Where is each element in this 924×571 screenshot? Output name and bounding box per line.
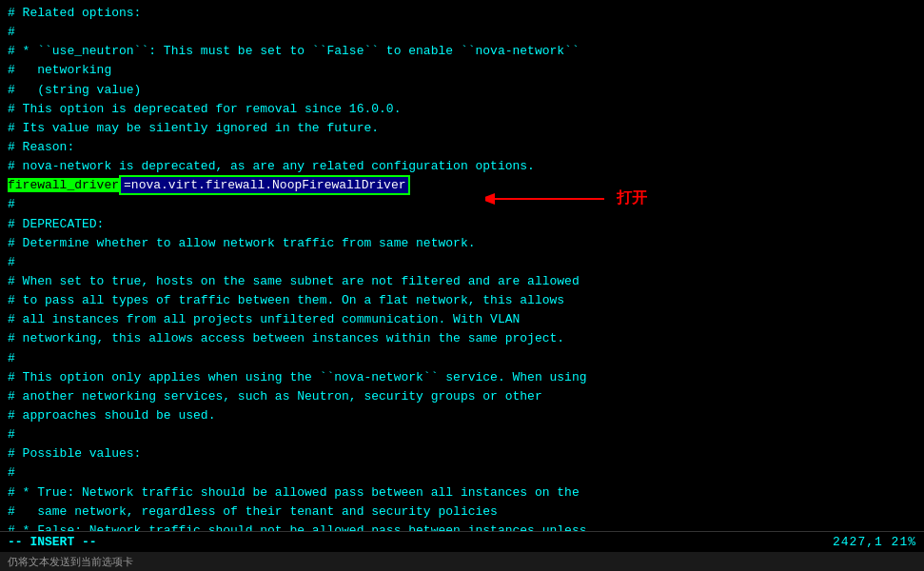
line-2: # — [8, 23, 916, 42]
line-23: # Possible values: — [8, 444, 916, 463]
status-insert: -- INSERT -- — [8, 535, 97, 549]
line-12: # Determine whether to allow network tra… — [8, 234, 916, 253]
arrow-icon — [485, 189, 609, 208]
line-4: # networking — [8, 61, 916, 80]
line-3: # * ``use_neutron``: This must be set to… — [8, 42, 916, 61]
line-8: # Reason: — [8, 138, 916, 157]
line-14: # When set to true, hosts on the same su… — [8, 272, 916, 291]
line-26: # same network, regardless of their tena… — [8, 502, 916, 522]
firewall-value: =nova.virt.firewall.NoopFirewallDriver — [119, 175, 410, 195]
status-bar: -- INSERT -- 2427,1 21% — [0, 531, 924, 552]
line-5: # (string value) — [8, 81, 916, 100]
line-10: # — [8, 195, 916, 214]
annotation-label: 打开 — [617, 188, 647, 208]
line-19: # This option only applies when using th… — [8, 368, 916, 387]
line-1: # Related options: — [8, 4, 916, 23]
line-9: # nova-network is deprecated, as are any… — [8, 157, 916, 176]
line-25: # * True: Network traffic should be allo… — [8, 483, 916, 502]
arrow-annotation: 打开 — [485, 188, 647, 208]
status-position: 2427,1 21% — [833, 535, 916, 549]
line-17: # networking, this allows access between… — [8, 329, 916, 348]
line-18: # — [8, 349, 916, 368]
bottom-hint: 仍将文本发送到当前选项卡 — [8, 555, 133, 569]
line-21: # approaches should be used. — [8, 406, 916, 425]
line-6: # This option is deprecated for removal … — [8, 100, 916, 119]
line-20: # another networking services, such as N… — [8, 387, 916, 406]
line-11: # DEPRECATED: — [8, 215, 916, 234]
line-15: # to pass all types of traffic between t… — [8, 291, 916, 310]
bottom-bar: 仍将文本发送到当前选项卡 — [0, 552, 924, 571]
line-16: # all instances from all projects unfilt… — [8, 310, 916, 329]
firewall-key: firewall_driver — [8, 178, 119, 192]
editor-area: # Related options: # # * ``use_neutron``… — [0, 0, 924, 547]
line-24: # — [8, 463, 916, 482]
line-22: # — [8, 425, 916, 444]
line-7: # Its value may be silently ignored in t… — [8, 119, 916, 138]
line-13: # — [8, 253, 916, 272]
line-firewall: firewall_driver=nova.virt.firewall.NoopF… — [8, 176, 916, 195]
